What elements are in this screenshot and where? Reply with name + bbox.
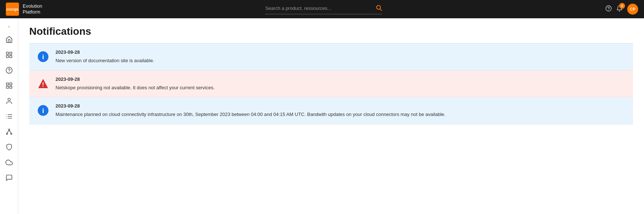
app-name: Evolution Platform: [23, 3, 42, 15]
info-icon: i: [37, 51, 49, 63]
info-icon: i: [37, 105, 49, 116]
notification-card-2: i 2023-09-28 Maintenance planned on clou…: [29, 97, 633, 124]
top-navigation: orange Evolution Platform: [0, 0, 644, 18]
user-icon: [5, 97, 13, 105]
svg-line-24: [7, 130, 9, 133]
search-input[interactable]: [265, 5, 373, 11]
sidebar-item-chat[interactable]: [3, 171, 16, 184]
svg-line-25: [9, 130, 11, 133]
notif-icon-1: !: [37, 77, 50, 90]
warning-icon: !: [37, 78, 49, 90]
sidebar-item-dashboard[interactable]: [3, 79, 16, 92]
notifications-button[interactable]: 3: [616, 5, 623, 13]
svg-rect-12: [6, 86, 8, 89]
notif-body-0: 2023-09-28 New version of documentation …: [56, 49, 626, 64]
cloud-icon: [5, 159, 13, 166]
sidebar-item-products[interactable]: [3, 48, 16, 61]
app-name-line1: Evolution: [23, 3, 42, 9]
question-icon: [605, 5, 612, 12]
sidebar-item-home[interactable]: [3, 33, 16, 46]
home-icon: [5, 36, 13, 43]
svg-line-1: [380, 9, 382, 10]
search-wrapper: [265, 4, 382, 14]
main-content: Notifications i 2023-09-28 New version o…: [18, 18, 644, 214]
sidebar-item-shield[interactable]: [3, 140, 16, 154]
svg-rect-7: [9, 56, 12, 58]
main-layout: ›: [0, 18, 644, 214]
notification-badge: 3: [619, 3, 625, 9]
app-name-line2: Platform: [23, 9, 42, 15]
notif-message-2: Maintenance planned on cloud connectivit…: [56, 111, 626, 118]
svg-text:i: i: [42, 53, 44, 61]
svg-rect-6: [6, 56, 8, 58]
notif-body-1: 2023-09-28 Netskope provisioning not ava…: [56, 76, 626, 91]
chat-icon: [5, 174, 13, 181]
search-icon: [376, 4, 382, 11]
network-icon: [5, 128, 13, 135]
sidebar-item-list[interactable]: [3, 110, 16, 123]
user-avatar-button[interactable]: CP: [627, 4, 638, 15]
help-circle-icon: [5, 67, 13, 74]
svg-point-14: [8, 98, 10, 101]
notif-message-1: Netskope provisioning not available. It …: [56, 84, 626, 91]
search-area: [42, 4, 605, 14]
list-icon: [5, 113, 13, 120]
notif-message-0: New version of documentation site is ava…: [56, 57, 626, 64]
notif-date-1: 2023-09-28: [56, 76, 626, 82]
sidebar-collapse-button[interactable]: ›: [7, 22, 11, 31]
app-logo: orange Evolution Platform: [6, 3, 42, 16]
svg-rect-4: [6, 52, 8, 55]
page-title: Notifications: [29, 26, 633, 37]
orange-label: orange: [6, 7, 18, 11]
nav-actions: 3 CP: [605, 4, 638, 15]
notif-icon-0: i: [37, 50, 50, 63]
notifications-list: i 2023-09-28 New version of documentatio…: [29, 44, 633, 124]
sidebar: ›: [0, 18, 18, 214]
search-icon-button[interactable]: [376, 4, 382, 12]
orange-logo-box: orange: [6, 3, 19, 16]
sidebar-item-cloud[interactable]: [3, 156, 16, 169]
svg-rect-13: [9, 86, 12, 89]
notification-card-0: i 2023-09-28 New version of documentatio…: [29, 44, 633, 71]
notif-icon-2: i: [37, 104, 50, 117]
sidebar-item-help[interactable]: [3, 64, 16, 77]
avatar-initials: CP: [630, 7, 635, 11]
notification-card-1: ! 2023-09-28 Netskope provisioning not a…: [29, 71, 633, 98]
shield-icon: [5, 143, 13, 151]
dashboard-icon: [5, 82, 13, 89]
notif-date-0: 2023-09-28: [56, 49, 626, 55]
notif-body-2: 2023-09-28 Maintenance planned on cloud …: [56, 103, 626, 118]
svg-rect-5: [9, 52, 12, 55]
svg-text:!: !: [42, 81, 44, 88]
help-button[interactable]: [605, 5, 612, 13]
grid-icon: [5, 51, 13, 59]
svg-rect-11: [9, 83, 12, 85]
svg-rect-10: [6, 83, 8, 85]
sidebar-item-network[interactable]: [3, 125, 16, 138]
notif-date-2: 2023-09-28: [56, 103, 626, 109]
svg-text:i: i: [42, 107, 44, 114]
sidebar-item-user[interactable]: [3, 94, 16, 108]
